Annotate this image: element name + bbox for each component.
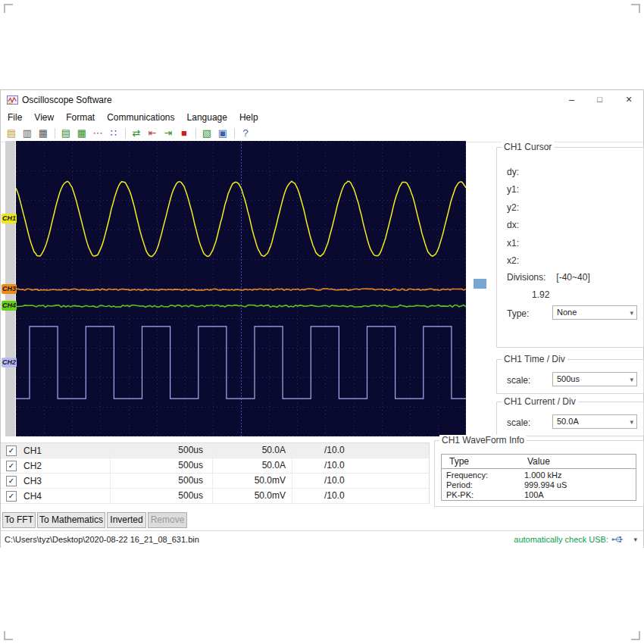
- to-fft-button[interactable]: To FFT: [2, 512, 36, 528]
- waveform-ch4: [16, 305, 466, 308]
- list-view-icon[interactable]: ▤: [58, 127, 73, 140]
- titlebar: Oscilloscope Software – □ ×: [1, 90, 643, 110]
- export-chart-icon[interactable]: ▧: [199, 127, 214, 140]
- info-row: Frequency:1.000 kHz: [442, 470, 636, 480]
- channel-row-ch1[interactable]: ✓CH1500us50.0A/10.0: [1, 443, 429, 458]
- splitter-handle[interactable]: [474, 279, 486, 289]
- scale-cell: 50.0mV: [213, 474, 292, 488]
- channel-name-cell: ✓CH2: [1, 458, 111, 473]
- screenshot-icon[interactable]: ▣: [215, 127, 230, 140]
- time-scale-label: scale:: [507, 375, 530, 386]
- page: Oscilloscope Software – □ × FileViewForm…: [0, 0, 644, 644]
- divisions-value: 1.92: [532, 289, 549, 300]
- toolbar-separator: [234, 128, 235, 139]
- chevron-down-icon: ▾: [630, 416, 633, 428]
- app-icon: [7, 95, 18, 105]
- info-label: PK-PK:: [442, 490, 524, 500]
- cursor-type-label: Type:: [507, 308, 529, 319]
- menu-item-language[interactable]: Language: [181, 110, 233, 125]
- current-div-title: CH1 Current / Div: [502, 396, 578, 407]
- time-div-cell: 500us: [111, 489, 213, 503]
- toolbar: ▤▥▦▤▦⋯∷⇄⇤⇥■▧▣?: [1, 125, 643, 142]
- channel-row-ch2[interactable]: ✓CH2500us50.0A/10.0: [1, 458, 429, 474]
- divisions-range: [-40~40]: [556, 272, 589, 283]
- time-div-cell: 500us: [111, 443, 213, 458]
- divisions-row: Divisions:[-40~40]: [507, 272, 590, 283]
- help-icon[interactable]: ?: [238, 127, 253, 140]
- channel-name-cell: ✓CH3: [1, 474, 111, 488]
- channel-name-cell: ✓CH1: [1, 443, 111, 458]
- dots-display-icon[interactable]: ⋯: [90, 127, 105, 140]
- inverted-button[interactable]: Inverted: [107, 512, 146, 528]
- channel-row-ch3[interactable]: ✓CH3500us50.0mV/10.0: [1, 474, 429, 489]
- checkbox-ch1[interactable]: ✓: [6, 445, 17, 456]
- window-title: Oscilloscope Software: [22, 90, 112, 110]
- stop-icon[interactable]: ■: [177, 127, 192, 140]
- attenuation-cell: /10.0: [292, 458, 429, 473]
- scope-display[interactable]: [16, 141, 466, 436]
- channel-name: CH1: [23, 445, 42, 456]
- to-mathematics-button[interactable]: To Mathematics: [37, 512, 105, 528]
- usb-icon[interactable]: [611, 535, 624, 546]
- maximize-button[interactable]: □: [586, 90, 614, 110]
- info-row: Period:999.994 uS: [442, 480, 636, 490]
- toolbar-separator: [125, 128, 126, 139]
- open-icon[interactable]: ▤: [4, 127, 19, 140]
- channel-name: CH4: [23, 491, 42, 502]
- menu-item-format[interactable]: Format: [60, 110, 101, 125]
- channel-tag-ch4[interactable]: CH4: [2, 301, 17, 311]
- usb-status-text: automatically check USB:: [514, 531, 608, 548]
- cursor-field-x2: x2:: [507, 255, 519, 266]
- crop-mark: [631, 4, 640, 13]
- menubar: FileViewFormatCommunicationsLanguageHelp: [1, 110, 643, 125]
- print-icon[interactable]: ▦: [36, 127, 51, 140]
- channel-tag-ch1[interactable]: CH1: [2, 214, 17, 224]
- crop-mark: [4, 4, 13, 13]
- connect-icon[interactable]: ⇄: [129, 127, 144, 140]
- checkbox-ch3[interactable]: ✓: [6, 476, 17, 486]
- channel-tag-ch2[interactable]: CH2: [2, 358, 17, 367]
- close-button[interactable]: ×: [614, 90, 644, 110]
- channel-tag-ch3[interactable]: CH3: [2, 284, 17, 294]
- checkbox-ch2[interactable]: ✓: [6, 461, 17, 471]
- cursor-field-dx: dx:: [507, 220, 519, 230]
- info-value: 999.994 uS: [524, 480, 636, 490]
- info-value: 100A: [524, 490, 636, 500]
- menu-item-communications[interactable]: Communications: [101, 110, 180, 125]
- time-div-cell: 500us: [111, 474, 213, 488]
- time-scale-select[interactable]: 500us ▾: [552, 372, 637, 386]
- chevron-down-icon: ▾: [630, 374, 633, 386]
- current-div-panel: CH1 Current / Div scale: 50.0A ▾: [496, 402, 644, 436]
- menu-item-file[interactable]: File: [2, 110, 28, 125]
- minimize-button[interactable]: –: [558, 90, 586, 110]
- save-image-icon[interactable]: ▥: [20, 127, 35, 140]
- info-label: Frequency:: [442, 470, 524, 480]
- info-value: 1.000 kHz: [524, 470, 636, 480]
- grid-view-icon[interactable]: ▦: [74, 127, 89, 140]
- scale-cell: 50.0mV: [213, 489, 292, 503]
- scale-cell: 50.0A: [213, 443, 292, 458]
- vector-display-icon[interactable]: ∷: [106, 127, 121, 140]
- statusbar: C:\Users\tyz\Desktop\2020-08-22 16_21_08…: [1, 530, 643, 548]
- time-div-cell: 500us: [111, 458, 213, 473]
- waveform-info-panel: CH1 WaveForm Info Type Value Frequency:1…: [434, 440, 644, 507]
- current-scale-select[interactable]: 50.0A ▾: [552, 414, 637, 429]
- refresh-icon[interactable]: ⇥: [161, 127, 176, 140]
- scale-cell: 50.0A: [213, 458, 292, 473]
- menu-item-view[interactable]: View: [28, 110, 60, 125]
- menu-item-help[interactable]: Help: [233, 110, 264, 125]
- remove-button[interactable]: Remove: [148, 512, 187, 528]
- time-div-panel: CH1 Time / Div scale: 500us ▾: [496, 359, 644, 394]
- checkbox-ch4[interactable]: ✓: [6, 491, 17, 502]
- channel-row-ch4[interactable]: ✓CH4500us50.0mV/10.0: [1, 489, 429, 504]
- waveform-info-table: Type Value Frequency:1.000 kHzPeriod:999…: [441, 454, 636, 501]
- channel-table: ✓CH1500us50.0A/10.0✓CH2500us50.0A/10.0✓C…: [1, 442, 430, 504]
- disconnect-icon[interactable]: ⇤: [145, 127, 160, 140]
- cursor-field-x1: x1:: [507, 238, 519, 249]
- channel-name: CH2: [23, 461, 42, 471]
- cursor-type-select[interactable]: None ▾: [552, 305, 637, 320]
- current-scale-label: scale:: [507, 417, 530, 428]
- waveform-info-rows: Frequency:1.000 kHzPeriod:999.994 uSPK-P…: [442, 469, 636, 500]
- info-header-type: Type: [442, 455, 527, 468]
- usb-chevron-icon[interactable]: ▾: [633, 531, 637, 548]
